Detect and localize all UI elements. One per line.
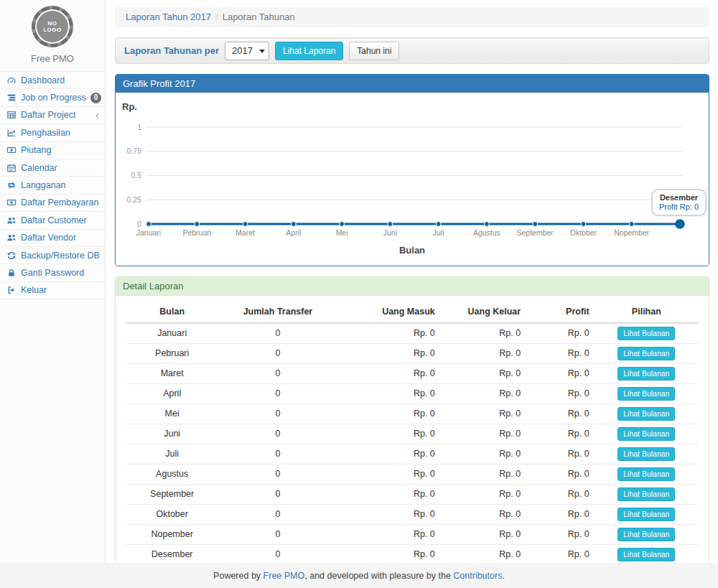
cell-pilihan: Lihat Bulanan: [595, 545, 698, 565]
cell-uang-keluar: Rp. 0: [441, 444, 526, 465]
cell-bulan: Juli: [126, 444, 218, 465]
cell-pilihan: Lihat Bulanan: [595, 364, 698, 384]
lihat-bulanan-button[interactable]: Lihat Bulanan: [617, 548, 675, 561]
chart-svg: 00.250.50.751JanuariPebruariMaretAprilMe…: [116, 93, 709, 266]
cell-uang-masuk: Rp. 0: [338, 424, 441, 444]
data-point-juni[interactable]: [388, 222, 393, 227]
cell-bulan: Pebruari: [126, 344, 218, 364]
lihat-bulanan-button[interactable]: Lihat Bulanan: [617, 407, 675, 421]
sidebar-item-daftar-project[interactable]: Daftar Project‹: [0, 107, 105, 124]
count-badge: 0: [90, 93, 101, 103]
sidebar-item-calendar[interactable]: Calendar: [0, 159, 105, 177]
lihat-bulanan-button[interactable]: Lihat Bulanan: [617, 487, 675, 501]
table-row: Nopember0Rp. 0Rp. 0Rp. 0Lihat Bulanan: [126, 525, 698, 545]
report-form-label: Laporan Tahunan per: [124, 45, 219, 56]
cell-profit: Rp. 0: [526, 364, 595, 384]
lihat-laporan-button[interactable]: Lihat Laporan: [275, 42, 343, 60]
sidebar-item-label: Penghasilan: [21, 128, 70, 138]
footer-prefix: Powered by: [213, 571, 263, 581]
cell-pilihan: Lihat Bulanan: [595, 424, 698, 444]
cell-jumlah-transfer: 0: [218, 323, 337, 344]
cell-jumlah-transfer: 0: [218, 384, 337, 404]
sign-out-icon: [6, 285, 17, 296]
lihat-bulanan-button[interactable]: Lihat Bulanan: [617, 508, 675, 521]
cell-bulan: September: [126, 485, 218, 505]
data-point-juli[interactable]: [436, 222, 441, 227]
chart-line-icon: [6, 127, 17, 138]
cell-profit: Rp. 0: [526, 465, 595, 485]
column-header-jumlah-transfer: Jumlah Transfer: [218, 302, 337, 323]
table-row: Maret0Rp. 0Rp. 0Rp. 0Lihat Bulanan: [126, 364, 698, 384]
x-tick-label: September: [516, 228, 554, 237]
sidebar-item-label: Backup/Restore DB: [21, 251, 100, 261]
cell-jumlah-transfer: 0: [218, 525, 337, 545]
cell-jumlah-transfer: 0: [218, 424, 337, 444]
lihat-bulanan-button[interactable]: Lihat Bulanan: [617, 427, 675, 441]
cell-jumlah-transfer: 0: [218, 404, 337, 424]
data-point-september[interactable]: [533, 222, 538, 227]
sidebar-item-label: Daftar Customer: [21, 215, 87, 225]
sidebar-item-backup-restore-db[interactable]: Backup/Restore DB: [0, 247, 105, 264]
data-point-agustus[interactable]: [485, 222, 490, 227]
tahun-ini-button[interactable]: Tahun ini: [349, 42, 399, 60]
cell-pilihan: Lihat Bulanan: [595, 404, 698, 424]
cell-pilihan: Lihat Bulanan: [595, 323, 698, 344]
lihat-bulanan-button[interactable]: Lihat Bulanan: [617, 447, 675, 461]
cell-uang-masuk: Rp. 0: [338, 344, 441, 364]
sidebar-item-ganti-password[interactable]: Ganti Password: [0, 264, 105, 281]
data-point-nopember[interactable]: [629, 222, 634, 227]
monthly-report-table: Bulan Jumlah Transfer Uang Masuk Uang Ke…: [126, 302, 698, 582]
table-row: Juni0Rp. 0Rp. 0Rp. 0Lihat Bulanan: [126, 424, 698, 444]
sidebar-item-daftar-customer[interactable]: Daftar Customer: [0, 212, 105, 229]
lihat-bulanan-button[interactable]: Lihat Bulanan: [617, 327, 675, 340]
cell-jumlah-transfer: 0: [218, 344, 337, 364]
cell-uang-keluar: Rp. 0: [441, 344, 526, 364]
users-icon: [6, 233, 17, 243]
year-select-wrap: 2017: [225, 42, 269, 60]
sidebar-item-langganan[interactable]: Langganan: [0, 177, 105, 194]
sidebar-item-job-on-progress[interactable]: Job on Progress0: [0, 89, 105, 106]
x-tick-label: Nopember: [614, 228, 650, 237]
chart-tooltip-title: Desember: [659, 193, 699, 202]
table-row: Oktober0Rp. 0Rp. 0Rp. 0Lihat Bulanan: [126, 505, 698, 525]
logo-area: NO LOGO Free PMO: [0, 0, 105, 64]
footer-suffix: .: [502, 571, 504, 581]
lihat-bulanan-button[interactable]: Lihat Bulanan: [617, 347, 675, 360]
sidebar-item-daftar-pembayaran[interactable]: Daftar Pembayaran: [0, 195, 105, 212]
detail-table-wrap: Bulan Jumlah Transfer Uang Masuk Uang Ke…: [116, 296, 709, 588]
data-point-maret[interactable]: [243, 222, 248, 227]
sidebar-item-keluar[interactable]: Keluar: [0, 282, 105, 299]
data-point-pebruari[interactable]: [195, 222, 200, 227]
lihat-bulanan-button[interactable]: Lihat Bulanan: [617, 387, 675, 401]
footer-link-free-pmo[interactable]: Free PMO: [264, 571, 305, 581]
cell-uang-masuk: Rp. 0: [338, 384, 441, 404]
sidebar-item-dashboard[interactable]: Dashboard: [0, 72, 105, 89]
data-point-april[interactable]: [291, 222, 296, 227]
cell-jumlah-transfer: 0: [218, 444, 337, 465]
data-point-januari[interactable]: [146, 222, 151, 227]
cell-uang-keluar: Rp. 0: [441, 424, 526, 444]
footer-link-contributors[interactable]: Contributors: [453, 571, 502, 581]
cell-uang-masuk: Rp. 0: [338, 545, 441, 565]
cell-uang-keluar: Rp. 0: [441, 545, 526, 565]
breadcrumb: Laporan Tahun 2017/Laporan Tahunan: [115, 7, 709, 27]
sidebar-item-piutang[interactable]: Piutang: [0, 142, 105, 159]
data-point-desember[interactable]: [675, 219, 685, 229]
cell-uang-keluar: Rp. 0: [441, 485, 526, 505]
cell-profit: Rp. 0: [526, 323, 595, 344]
data-point-oktober[interactable]: [581, 222, 586, 227]
cell-pilihan: Lihat Bulanan: [595, 384, 698, 404]
cell-bulan: Maret: [126, 364, 218, 384]
lihat-bulanan-button[interactable]: Lihat Bulanan: [617, 528, 675, 541]
sidebar-item-penghasilan[interactable]: Penghasilan: [0, 124, 105, 141]
sidebar-item-daftar-vendor[interactable]: Daftar Vendor: [0, 230, 105, 247]
lihat-bulanan-button[interactable]: Lihat Bulanan: [617, 467, 675, 481]
cell-profit: Rp. 0: [526, 485, 595, 505]
data-point-mei[interactable]: [340, 222, 345, 227]
refresh-icon: [6, 250, 17, 261]
year-select[interactable]: 2017: [225, 42, 269, 60]
breadcrumb-link-laporan-tahun[interactable]: Laporan Tahun 2017: [126, 11, 211, 22]
lihat-bulanan-button[interactable]: Lihat Bulanan: [617, 367, 675, 381]
no-logo-text: NO LOGO: [43, 20, 62, 33]
cell-uang-masuk: Rp. 0: [338, 404, 441, 424]
